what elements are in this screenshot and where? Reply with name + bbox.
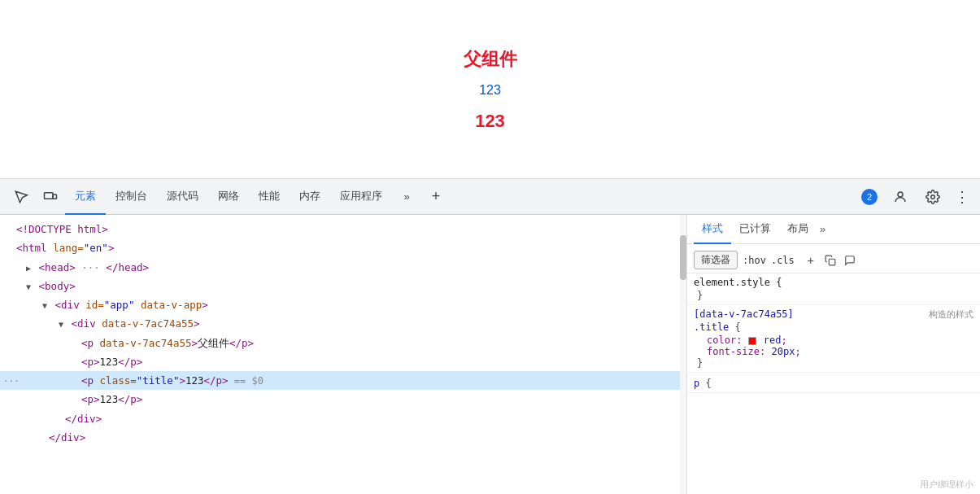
svg-rect-0 xyxy=(45,192,54,199)
rule-prop-color: color: red; xyxy=(694,334,973,346)
filter-copy-icon[interactable] xyxy=(822,252,838,269)
dom-scrollbar-track[interactable] xyxy=(680,215,686,494)
svg-rect-1 xyxy=(53,195,57,199)
dom-line-div-scoped[interactable]: ▼ <div data-v-7ac74a55> xyxy=(0,314,686,333)
styles-panel: 样式 已计算 布局 » 筛选器 :hov .cls + xyxy=(687,215,980,494)
devtools-toolbar: 元素 控制台 源代码 网络 性能 内存 应用程序 » + 2 ⋮ xyxy=(0,179,980,215)
rule-selector-element: element.style { xyxy=(694,277,973,288)
issues-count: 2 xyxy=(861,189,878,205)
tab-application[interactable]: 应用程序 xyxy=(330,179,392,215)
filter-icons: + xyxy=(803,252,858,269)
filter-row: 筛选器 :hov .cls + xyxy=(687,247,980,273)
rule-closing-element: } xyxy=(694,290,973,301)
tab-console[interactable]: 控制台 xyxy=(106,179,157,215)
tab-network[interactable]: 网络 xyxy=(208,179,249,215)
dom-ellipsis: ... xyxy=(3,372,20,387)
filter-cls-btn[interactable]: .cls xyxy=(771,255,795,266)
dom-triangle-head[interactable]: ▶ xyxy=(26,261,31,275)
preview-area: 父组件 123 123 xyxy=(0,0,980,179)
dom-triangle-scoped[interactable]: ▼ xyxy=(59,317,63,331)
device-toggle-btn[interactable] xyxy=(36,182,65,212)
tab-elements[interactable]: 元素 xyxy=(65,179,106,215)
settings-btn[interactable] xyxy=(918,182,947,212)
more-tabs-btn[interactable]: » xyxy=(392,182,421,212)
dom-line-p-title-selected[interactable]: ... <p class="title">123</p> == $0 xyxy=(0,371,686,390)
preview-num2: 123 xyxy=(475,111,505,132)
filter-inspect-icon[interactable] xyxy=(842,252,858,269)
filter-button[interactable]: 筛选器 xyxy=(694,251,738,269)
tab-layout[interactable]: 布局 xyxy=(779,215,817,244)
user-icon-btn[interactable] xyxy=(886,182,915,212)
rule-p-partial: p { xyxy=(694,376,973,389)
watermark: 用户绑理样小 xyxy=(920,479,973,491)
svg-point-2 xyxy=(898,192,903,197)
tab-styles[interactable]: 样式 xyxy=(694,215,731,244)
tab-performance[interactable]: 性能 xyxy=(249,179,290,215)
svg-point-3 xyxy=(931,195,935,199)
dom-line-html[interactable]: <html lang="en"> xyxy=(0,238,686,257)
styles-tabs: 样式 已计算 布局 » xyxy=(687,215,980,244)
style-rule-element: element.style { } xyxy=(687,273,980,305)
rule-prop-fontsize: font-size: 20px; xyxy=(694,346,973,357)
issues-badge[interactable]: 2 xyxy=(856,186,882,208)
dom-line-p-title-text[interactable]: <p data-v-7ac74a55>父组件</p> xyxy=(0,334,686,352)
dom-scrollbar-thumb[interactable] xyxy=(680,235,686,280)
dom-line-body[interactable]: ▼ <body> xyxy=(0,277,686,295)
color-swatch-red[interactable] xyxy=(748,337,756,345)
inspect-element-btn[interactable] xyxy=(7,182,36,212)
styles-content: 筛选器 :hov .cls + xyxy=(687,244,980,494)
dom-line-close-div2[interactable]: </div> xyxy=(0,428,686,447)
rule-source: 构造的样式 xyxy=(929,308,973,321)
add-panel-btn[interactable]: + xyxy=(421,182,451,212)
rule-sub-selector: .title { xyxy=(694,321,973,333)
dom-line-head[interactable]: ▶ <head> ··· </head> xyxy=(0,258,686,277)
rule-selector-scoped: [data-v-7ac74a55] 构造的样式 xyxy=(694,308,973,320)
rule-closing-scoped: } xyxy=(694,357,973,369)
filter-add-icon[interactable]: + xyxy=(803,252,819,269)
style-rule-scoped-title: [data-v-7ac74a55] 构造的样式 .title { color: … xyxy=(687,305,980,373)
more-menu-btn[interactable]: ⋮ xyxy=(951,186,973,208)
styles-more-tabs[interactable]: » xyxy=(820,223,825,235)
dom-line-p-123-1[interactable]: <p>123</p> xyxy=(0,352,686,371)
dom-triangle-app[interactable]: ▼ xyxy=(42,299,47,313)
filter-hov-btn[interactable]: :hov xyxy=(743,255,766,266)
style-rule-p: p { xyxy=(687,373,980,393)
dom-panel[interactable]: <!DOCTYPE html> <html lang="en"> ▶ <head… xyxy=(0,215,687,494)
svg-rect-4 xyxy=(829,259,835,265)
dom-line-p-123-2[interactable]: <p>123</p> xyxy=(0,390,686,409)
tab-computed[interactable]: 已计算 xyxy=(731,215,779,244)
toolbar-right: 2 ⋮ xyxy=(856,182,973,212)
preview-num1: 123 xyxy=(479,83,501,98)
dom-line-doctype[interactable]: <!DOCTYPE html> xyxy=(0,220,686,238)
dom-triangle-body[interactable]: ▼ xyxy=(26,280,31,294)
devtools-body: <!DOCTYPE html> <html lang="en"> ▶ <head… xyxy=(0,215,980,494)
preview-title: 父组件 xyxy=(464,47,517,72)
dom-line-div-app[interactable]: ▼ <div id="app" data-v-app> xyxy=(0,295,686,314)
tab-memory[interactable]: 内存 xyxy=(290,179,330,215)
dom-line-close-div1[interactable]: </div> xyxy=(0,409,686,428)
tab-sources[interactable]: 源代码 xyxy=(157,179,208,215)
